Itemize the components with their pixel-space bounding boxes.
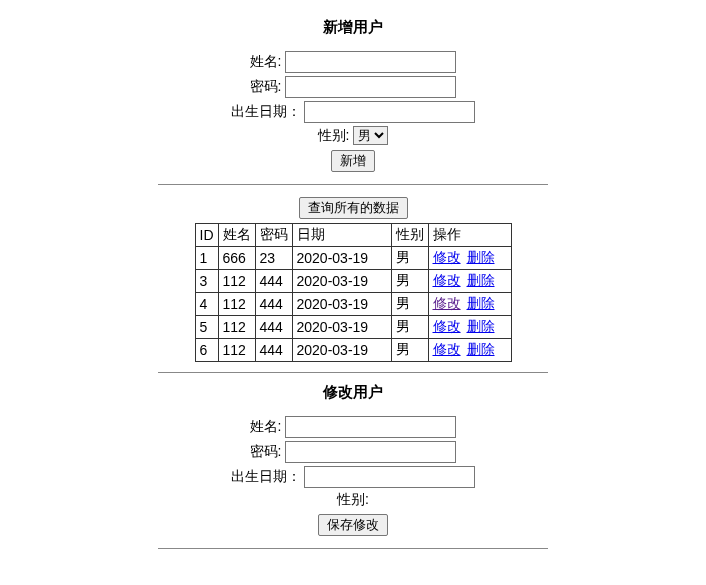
cell-date: 2020-03-19 xyxy=(292,316,391,339)
edit-link[interactable]: 修改 xyxy=(433,272,461,288)
add-submit-button[interactable]: 新增 xyxy=(331,150,375,172)
cell-gender: 男 xyxy=(391,339,428,362)
cell-name: 112 xyxy=(218,293,255,316)
delete-link[interactable]: 删除 xyxy=(467,295,495,311)
divider xyxy=(158,372,548,373)
cell-ops: 修改删除 xyxy=(428,339,511,362)
name-input[interactable] xyxy=(285,51,456,73)
cell-ops: 修改删除 xyxy=(428,270,511,293)
cell-name: 112 xyxy=(218,316,255,339)
table-row: 51124442020-03-19男修改删除 xyxy=(195,316,511,339)
birth-label: 出生日期： xyxy=(231,103,301,121)
name-label: 姓名: xyxy=(250,53,282,71)
edit-name-input[interactable] xyxy=(285,416,456,438)
table-row: 31124442020-03-19男修改删除 xyxy=(195,270,511,293)
edit-name-label: 姓名: xyxy=(250,418,282,436)
password-input[interactable] xyxy=(285,76,456,98)
cell-password: 23 xyxy=(255,247,292,270)
delete-link[interactable]: 删除 xyxy=(467,318,495,334)
col-ops: 操作 xyxy=(428,224,511,247)
cell-date: 2020-03-19 xyxy=(292,270,391,293)
gender-label: 性别: xyxy=(318,127,350,145)
user-table: ID 姓名 密码 日期 性别 操作 1666232020-03-19男修改删除3… xyxy=(195,223,512,362)
table-row: 41124442020-03-19男修改删除 xyxy=(195,293,511,316)
edit-password-input[interactable] xyxy=(285,441,456,463)
cell-date: 2020-03-19 xyxy=(292,247,391,270)
cell-gender: 男 xyxy=(391,293,428,316)
gender-select[interactable]: 男 xyxy=(353,126,388,145)
edit-password-label: 密码: xyxy=(250,443,282,461)
cell-name: 112 xyxy=(218,339,255,362)
col-gender: 性别 xyxy=(391,224,428,247)
cell-date: 2020-03-19 xyxy=(292,339,391,362)
add-user-section: 新增用户 姓名: 密码: 出生日期： 性别: 男 新增 xyxy=(0,18,706,185)
edit-user-title: 修改用户 xyxy=(0,383,706,402)
edit-link[interactable]: 修改 xyxy=(433,249,461,265)
delete-link[interactable]: 删除 xyxy=(467,341,495,357)
edit-birth-input[interactable] xyxy=(304,466,475,488)
edit-gender-label: 性别: xyxy=(337,491,369,509)
cell-gender: 男 xyxy=(391,316,428,339)
table-row: 1666232020-03-19男修改删除 xyxy=(195,247,511,270)
cell-gender: 男 xyxy=(391,270,428,293)
cell-gender: 男 xyxy=(391,247,428,270)
edit-user-section: 修改用户 姓名: 密码: 出生日期： 性别: 保存修改 xyxy=(0,383,706,549)
col-id: ID xyxy=(195,224,218,247)
edit-link[interactable]: 修改 xyxy=(433,295,461,311)
query-section: 查询所有的数据 ID 姓名 密码 日期 性别 操作 1666232020-03-… xyxy=(0,195,706,373)
delete-link[interactable]: 删除 xyxy=(467,272,495,288)
cell-ops: 修改删除 xyxy=(428,316,511,339)
divider xyxy=(158,548,548,549)
birth-input[interactable] xyxy=(304,101,475,123)
cell-password: 444 xyxy=(255,339,292,362)
col-name: 姓名 xyxy=(218,224,255,247)
table-row: 61124442020-03-19男修改删除 xyxy=(195,339,511,362)
cell-id: 5 xyxy=(195,316,218,339)
col-password: 密码 xyxy=(255,224,292,247)
cell-name: 666 xyxy=(218,247,255,270)
add-user-title: 新增用户 xyxy=(0,18,706,37)
edit-birth-label: 出生日期： xyxy=(231,468,301,486)
cell-date: 2020-03-19 xyxy=(292,293,391,316)
cell-name: 112 xyxy=(218,270,255,293)
table-header-row: ID 姓名 密码 日期 性别 操作 xyxy=(195,224,511,247)
cell-ops: 修改删除 xyxy=(428,247,511,270)
edit-link[interactable]: 修改 xyxy=(433,341,461,357)
query-all-button[interactable]: 查询所有的数据 xyxy=(299,197,408,219)
cell-id: 6 xyxy=(195,339,218,362)
cell-password: 444 xyxy=(255,270,292,293)
cell-id: 1 xyxy=(195,247,218,270)
cell-password: 444 xyxy=(255,316,292,339)
divider xyxy=(158,184,548,185)
delete-link[interactable]: 删除 xyxy=(467,249,495,265)
col-date: 日期 xyxy=(292,224,391,247)
edit-link[interactable]: 修改 xyxy=(433,318,461,334)
edit-submit-button[interactable]: 保存修改 xyxy=(318,514,388,536)
cell-id: 4 xyxy=(195,293,218,316)
cell-password: 444 xyxy=(255,293,292,316)
password-label: 密码: xyxy=(250,78,282,96)
cell-ops: 修改删除 xyxy=(428,293,511,316)
cell-id: 3 xyxy=(195,270,218,293)
